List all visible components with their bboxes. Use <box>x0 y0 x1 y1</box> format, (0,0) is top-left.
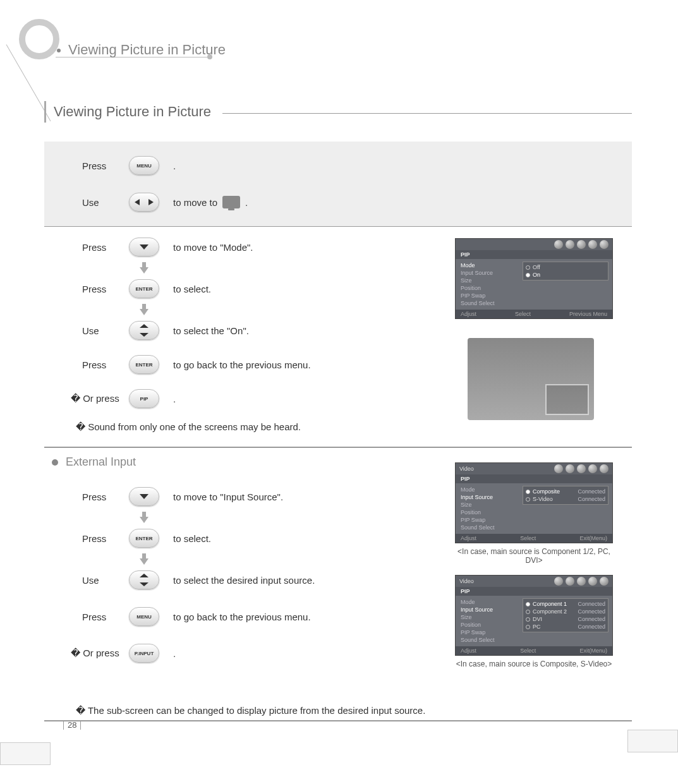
note-subscreen: � The sub-screen can be changed to displ… <box>76 705 632 716</box>
svg-marker-6 <box>140 333 148 337</box>
svg-marker-9 <box>140 553 148 565</box>
osd-caption-1: <In case, main source is Component 1/2, … <box>455 547 613 565</box>
enter-button-icon: ENTER <box>129 355 159 374</box>
enter-button-icon: ENTER <box>129 529 159 548</box>
pip-button-icon: PIP <box>129 389 159 408</box>
enter-button-icon: ENTER <box>129 279 159 298</box>
connector-arrow-icon <box>126 553 162 565</box>
connector-arrow-icon <box>126 304 162 315</box>
svg-marker-3 <box>140 262 148 274</box>
osd-caption-2: <In case, main source is Composite, S-Vi… <box>455 660 613 668</box>
step-use-vol: Use to move to . <box>44 187 632 217</box>
osd-screenshot-input-1: Video PIP Mode Input Source Size Positio… <box>455 462 613 543</box>
svg-marker-2 <box>140 244 148 250</box>
connector-arrow-icon <box>126 512 162 523</box>
svg-marker-5 <box>140 324 148 328</box>
pinput-button-icon: P.INPUT <box>129 644 159 663</box>
page-title-top: Viewing Picture in Picture <box>57 42 226 58</box>
tv-icon <box>222 196 240 208</box>
connector-arrow-icon <box>126 262 162 274</box>
note-sound: � Sound from only one of the screens may… <box>76 421 632 433</box>
osd-screenshot-input-2: Video PIP Mode Input Source Size Positio… <box>455 575 613 656</box>
vol-arrows-button-icon <box>129 193 159 212</box>
svg-marker-1 <box>148 199 154 205</box>
divider <box>44 720 632 721</box>
svg-marker-11 <box>140 582 148 586</box>
svg-marker-7 <box>140 494 148 499</box>
intro-steps-box: Press MENU . Use to move to . <box>44 142 632 227</box>
osd-screenshot-mode: PIP Mode Input Source Size Position PIP … <box>455 238 613 319</box>
corner-marker <box>627 730 678 752</box>
svg-marker-0 <box>135 199 140 205</box>
down-button-icon <box>129 238 159 256</box>
svg-marker-8 <box>140 512 148 523</box>
menu-button-icon: MENU <box>129 156 159 175</box>
svg-marker-10 <box>140 574 148 577</box>
divider <box>44 447 632 448</box>
menu-button-icon: MENU <box>129 607 159 626</box>
down-button-icon <box>129 487 159 506</box>
section-title: Viewing Picture in Picture <box>54 104 211 120</box>
corner-marker <box>0 742 51 765</box>
step-press-menu: Press MENU . <box>44 150 632 181</box>
updown-button-icon <box>129 570 159 589</box>
section-heading: Viewing Picture in Picture <box>44 101 632 123</box>
updown-button-icon <box>129 321 159 340</box>
pip-demo-photo <box>468 338 594 420</box>
page-number: 28 <box>63 720 81 730</box>
svg-marker-4 <box>140 304 148 315</box>
